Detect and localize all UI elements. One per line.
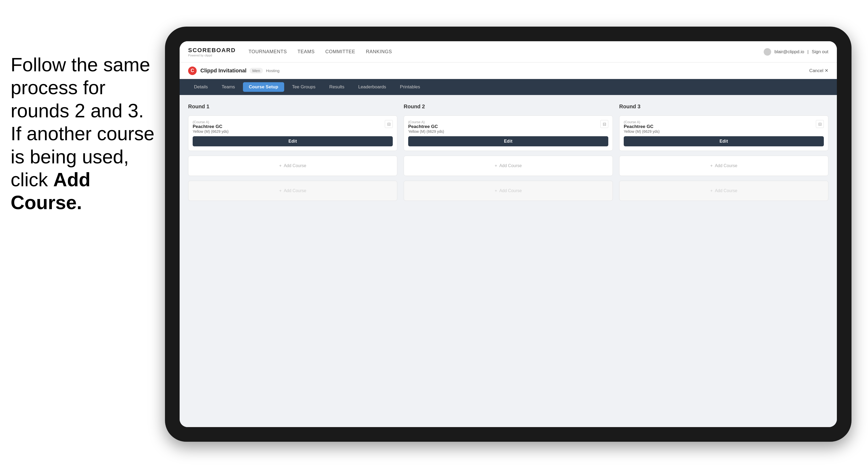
round-1-delete-button[interactable]: ⊟: [385, 120, 393, 128]
sub-header-badge: Men: [250, 68, 262, 73]
round-2-edit-button[interactable]: Edit: [408, 136, 608, 146]
brand-sub: Powered by clippd: [188, 54, 236, 57]
main-content: Round 1 (Course A) Peachtree GC Yellow (…: [180, 95, 837, 427]
brand: SCOREBOARD Powered by clippd: [188, 47, 236, 57]
nav-committee[interactable]: COMMITTEE: [326, 49, 355, 55]
nav-teams[interactable]: TEAMS: [298, 49, 315, 55]
round-3-add-course-1-label: Add Course: [715, 163, 737, 168]
round-1-add-course-1-label: Add Course: [284, 163, 306, 168]
round-1-title: Round 1: [188, 103, 397, 110]
round-3-course-info: (Course A) Peachtree GC Yellow (M) (6629…: [624, 120, 660, 133]
round-2-add-course-2: + Add Course: [404, 181, 613, 201]
round-2-course-label: (Course A): [408, 120, 444, 124]
nav-avatar: [764, 48, 771, 56]
round-3-course-card: (Course A) Peachtree GC Yellow (M) (6629…: [619, 116, 828, 151]
round-2-add-course-2-label: Add Course: [499, 188, 522, 193]
round-2-course-card: (Course A) Peachtree GC Yellow (M) (6629…: [404, 116, 613, 151]
nav-links: TOURNAMENTS TEAMS COMMITTEE RANKINGS: [249, 49, 764, 55]
round-3-add-course-2: + Add Course: [619, 181, 828, 201]
sub-header-status: Hosting: [266, 68, 280, 73]
round-3-title: Round 3: [619, 103, 828, 110]
nav-sign-out[interactable]: Sign out: [812, 49, 828, 55]
cancel-button[interactable]: Cancel ✕: [809, 68, 828, 73]
round-3-add-course-2-label: Add Course: [715, 188, 737, 193]
tablet-screen: SCOREBOARD Powered by clippd TOURNAMENTS…: [180, 41, 837, 427]
round-3-course-name: Peachtree GC: [624, 124, 660, 129]
tab-teams[interactable]: Teams: [216, 82, 241, 92]
tab-leaderboards[interactable]: Leaderboards: [352, 82, 392, 92]
sub-header-logo: C: [188, 66, 197, 75]
round-1-add-course-2-label: Add Course: [284, 188, 306, 193]
round-1-course-name: Peachtree GC: [193, 124, 228, 129]
round-2-add-course-1-label: Add Course: [499, 163, 522, 168]
nav-user-email: blair@clippd.io: [774, 49, 804, 55]
round-1-add-course-1[interactable]: + Add Course: [188, 156, 397, 176]
tab-results[interactable]: Results: [323, 82, 350, 92]
round-1-column: Round 1 (Course A) Peachtree GC Yellow (…: [188, 103, 397, 418]
round-3-add-course-1[interactable]: + Add Course: [619, 156, 828, 176]
tab-printables[interactable]: Printables: [394, 82, 426, 92]
round-1-add-course-2: + Add Course: [188, 181, 397, 201]
round-2-course-name: Peachtree GC: [408, 124, 444, 129]
nav-rankings[interactable]: RANKINGS: [366, 49, 392, 55]
round-1-course-details: Yellow (M) (6629 yds): [193, 129, 228, 133]
round-2-add-course-1-icon: +: [495, 163, 497, 168]
top-nav: SCOREBOARD Powered by clippd TOURNAMENTS…: [180, 41, 837, 63]
nav-separator: |: [807, 49, 808, 55]
round-3-course-header: (Course A) Peachtree GC Yellow (M) (6629…: [624, 120, 824, 133]
round-1-course-card: (Course A) Peachtree GC Yellow (M) (6629…: [188, 116, 397, 151]
tab-bar: Details Teams Course Setup Tee Groups Re…: [180, 79, 837, 95]
round-2-column: Round 2 (Course A) Peachtree GC Yellow (…: [404, 103, 613, 418]
round-3-course-details: Yellow (M) (6629 yds): [624, 129, 660, 133]
instruction-text: Follow the same process for rounds 2 and…: [0, 42, 170, 225]
round-3-column: Round 3 (Course A) Peachtree GC Yellow (…: [619, 103, 828, 418]
nav-right: blair@clippd.io | Sign out: [764, 48, 828, 56]
round-2-course-header: (Course A) Peachtree GC Yellow (M) (6629…: [408, 120, 608, 133]
round-2-title: Round 2: [404, 103, 613, 110]
tab-details[interactable]: Details: [188, 82, 214, 92]
round-1-course-info: (Course A) Peachtree GC Yellow (M) (6629…: [193, 120, 228, 133]
round-2-delete-button[interactable]: ⊟: [600, 120, 608, 128]
round-1-course-label: (Course A): [193, 120, 228, 124]
round-3-add-course-2-icon: +: [710, 188, 713, 193]
tablet: SCOREBOARD Powered by clippd TOURNAMENTS…: [165, 27, 851, 442]
round-2-course-info: (Course A) Peachtree GC Yellow (M) (6629…: [408, 120, 444, 133]
brand-name: SCOREBOARD: [188, 47, 236, 54]
tab-tee-groups[interactable]: Tee Groups: [286, 82, 321, 92]
tab-course-setup[interactable]: Course Setup: [243, 82, 284, 92]
round-1-edit-button[interactable]: Edit: [193, 136, 393, 146]
round-3-course-label: (Course A): [624, 120, 660, 124]
round-2-add-course-2-icon: +: [495, 188, 497, 193]
round-3-edit-button[interactable]: Edit: [624, 136, 824, 146]
round-2-course-details: Yellow (M) (6629 yds): [408, 129, 444, 133]
round-2-add-course-1[interactable]: + Add Course: [404, 156, 613, 176]
round-3-add-course-1-icon: +: [710, 163, 713, 168]
round-3-delete-button[interactable]: ⊟: [816, 120, 824, 128]
sub-header: C Clippd Invitational Men Hosting Cancel…: [180, 63, 837, 79]
nav-tournaments[interactable]: TOURNAMENTS: [249, 49, 287, 55]
round-1-add-course-2-icon: +: [279, 188, 282, 193]
round-1-course-header: (Course A) Peachtree GC Yellow (M) (6629…: [193, 120, 393, 133]
sub-header-title: Clippd Invitational: [200, 68, 246, 74]
round-1-add-course-1-icon: +: [279, 163, 282, 168]
